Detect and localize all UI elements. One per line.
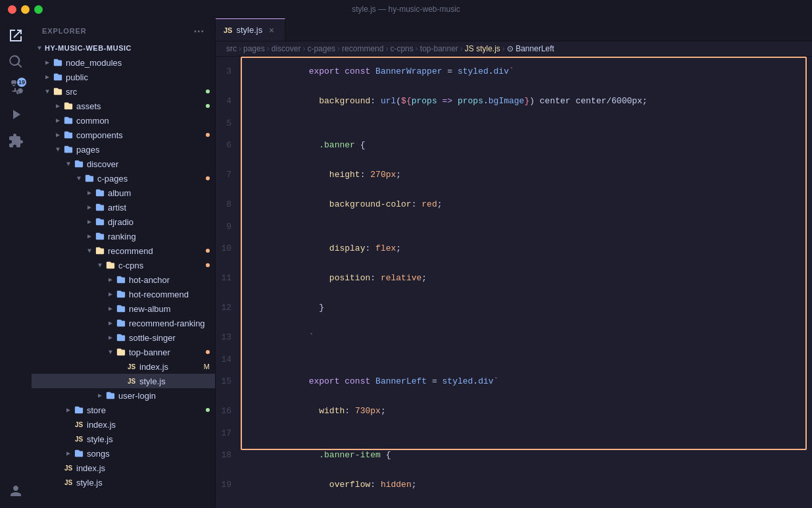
tree-item-discover[interactable]: ▼ discover: [32, 157, 215, 171]
tree-item-common[interactable]: ▶ common: [32, 113, 215, 128]
breadcrumb-pages[interactable]: pages: [243, 44, 265, 53]
tree-item-pages[interactable]: ▼ pages: [32, 142, 215, 157]
folder-icon-sottle-singer: [116, 332, 126, 343]
tree-arrow-pages: ▼: [53, 144, 63, 155]
tree-arrow-ranking: ▶: [84, 231, 95, 241]
tree-item-components[interactable]: ▶ components: [32, 128, 215, 142]
tree-arrow-common: ▶: [53, 115, 63, 126]
breadcrumb-c-cpns[interactable]: c-cpns: [390, 44, 413, 53]
public-label: public: [66, 72, 88, 82]
breadcrumb-discover[interactable]: discover: [272, 44, 301, 53]
breadcrumb-src[interactable]: src: [226, 44, 237, 53]
tree-item-ranking[interactable]: ▶ ranking: [32, 229, 215, 243]
folder-icon-store: [74, 405, 84, 415]
code-line-18: 18 .banner-item {: [216, 440, 812, 470]
tree-item-store[interactable]: ▶ store: [32, 403, 215, 417]
src-dot: [206, 89, 210, 93]
c-pages-label: c-pages: [97, 174, 128, 184]
breadcrumb-recommend[interactable]: recommend: [342, 44, 383, 53]
tree-arrow-album: ▶: [84, 188, 95, 198]
folder-icon-hot-anchor: [116, 274, 126, 285]
tree-arrow-recommend: ▼: [84, 245, 95, 256]
sidebar-header: EXPLORER ⋯: [32, 18, 215, 41]
tree-arrow-recommend-ranking: ▶: [105, 318, 116, 328]
sidebar: EXPLORER ⋯ ▼ HY-MUSIC-WEB-MUSIC ▶ node_m…: [32, 18, 216, 508]
line-number-3: 3: [216, 57, 242, 86]
tree-root-folder[interactable]: ▼ HY-MUSIC-WEB-MUSIC: [32, 41, 215, 55]
sidebar-content: ▼ HY-MUSIC-WEB-MUSIC ▶ node_modules ▶ pu: [32, 41, 215, 508]
tree-arrow-node_modules: ▶: [42, 57, 53, 68]
tab-style-js[interactable]: JS style.js ×: [216, 18, 285, 41]
line-code-11: position: relative;: [242, 263, 812, 293]
tree-item-artist[interactable]: ▶ artist: [32, 200, 215, 215]
source-control-badge: 19: [17, 78, 26, 87]
breadcrumb-c-pages[interactable]: c-pages: [307, 44, 335, 53]
line-code-12: }: [242, 293, 812, 322]
activity-icon-source-control[interactable]: 19: [4, 76, 28, 100]
tree-item-src[interactable]: ▼ src: [32, 84, 215, 99]
breadcrumb-top-banner[interactable]: top-banner: [420, 44, 458, 53]
assets-dot: [206, 104, 210, 108]
tree-item-top-banner[interactable]: ▼ top-banner: [32, 345, 215, 359]
root-index-js-label: index.js: [76, 463, 105, 473]
tree-item-c-pages[interactable]: ▼ c-pages: [32, 171, 215, 186]
breadcrumb-style-js[interactable]: JS style.js: [465, 44, 500, 53]
tree-item-node_modules[interactable]: ▶ node_modules: [32, 55, 215, 70]
breadcrumb-banner-left[interactable]: ⊙ BannerLeft: [507, 44, 554, 53]
tree-item-djradio[interactable]: ▶ djradio: [32, 215, 215, 229]
tree-item-songs[interactable]: ▶ songs: [32, 446, 215, 461]
code-line-12: 12 }: [216, 293, 812, 322]
line-number-18: 18: [216, 440, 242, 470]
line-code-18: .banner-item {: [242, 440, 812, 470]
activity-icon-search[interactable]: [4, 50, 28, 74]
sottle-singer-label: sottle-singer: [129, 333, 176, 343]
line-number-9: 9: [216, 219, 242, 234]
c-pages-dot: [206, 176, 210, 180]
line-number-5: 5: [216, 116, 242, 130]
breadcrumb-sep-7: ›: [460, 44, 463, 53]
activity-icon-run[interactable]: [4, 103, 28, 126]
close-button[interactable]: [8, 5, 16, 14]
tree-item-index-js-top-banner[interactable]: ▶ JS index.js M: [32, 359, 215, 374]
activity-icon-extensions[interactable]: [4, 129, 28, 153]
line-number-8: 8: [216, 190, 242, 219]
tree-item-recommend-ranking[interactable]: ▶ recommend-ranking: [32, 316, 215, 330]
tree-item-sottle-singer[interactable]: ▶ sottle-singer: [32, 330, 215, 345]
activity-icon-account[interactable]: [4, 479, 28, 503]
window-controls[interactable]: [8, 5, 43, 14]
tree-item-assets[interactable]: ▶ assets: [32, 99, 215, 113]
tree-item-album[interactable]: ▶ album: [32, 186, 215, 200]
activity-icon-explorer[interactable]: [4, 24, 28, 47]
tree-item-recommend[interactable]: ▼ recommend: [32, 243, 215, 258]
code-editor[interactable]: 3 export const BannerWrapper = styled.di…: [216, 57, 812, 508]
window-title: style.js — hy-music-web-music: [352, 5, 460, 14]
tree-item-src-style-js[interactable]: ▶ JS style.js: [32, 432, 215, 446]
tab-close-button[interactable]: ×: [266, 25, 277, 36]
line-code-5: [242, 116, 812, 130]
new-file-icon[interactable]: ⋯: [193, 25, 204, 37]
line-number-12: 12: [216, 293, 242, 322]
tree-item-hot-anchor[interactable]: ▶ hot-anchor: [32, 272, 215, 287]
tree-arrow-components: ▶: [53, 130, 63, 140]
tree-item-root-style-js[interactable]: ▶ JS style.js: [32, 475, 215, 490]
tree-item-root-index-js[interactable]: ▶ JS index.js: [32, 461, 215, 475]
tree-item-public[interactable]: ▶ public: [32, 70, 215, 84]
tree-arrow-discover: ▼: [63, 159, 74, 169]
folder-icon-components: [63, 130, 74, 140]
tree-arrow-c-pages: ▼: [74, 173, 84, 184]
breadcrumb-sep-2: ›: [267, 44, 270, 53]
tree-item-user-login[interactable]: ▶ user-login: [32, 388, 215, 403]
node_modules-label: node_modules: [66, 58, 122, 68]
tree-item-new-album[interactable]: ▶ new-album: [32, 301, 215, 316]
tree-item-style-js-top-banner[interactable]: ▶ JS style.js: [32, 374, 215, 388]
tab-bar: JS style.js ×: [216, 18, 812, 41]
code-line-20: 20 height: 270px;: [216, 499, 812, 508]
minimize-button[interactable]: [21, 5, 30, 14]
root-folder-label: HY-MUSIC-WEB-MUSIC: [45, 44, 131, 52]
tree-item-src-index-js[interactable]: ▶ JS index.js: [32, 417, 215, 432]
line-number-15: 15: [216, 367, 242, 396]
tree-arrow-c-cpns: ▼: [95, 260, 105, 270]
tree-item-hot-recommend[interactable]: ▶ hot-recommend: [32, 287, 215, 301]
maximize-button[interactable]: [34, 5, 43, 14]
tree-item-c-cpns[interactable]: ▼ c-cpns: [32, 258, 215, 272]
